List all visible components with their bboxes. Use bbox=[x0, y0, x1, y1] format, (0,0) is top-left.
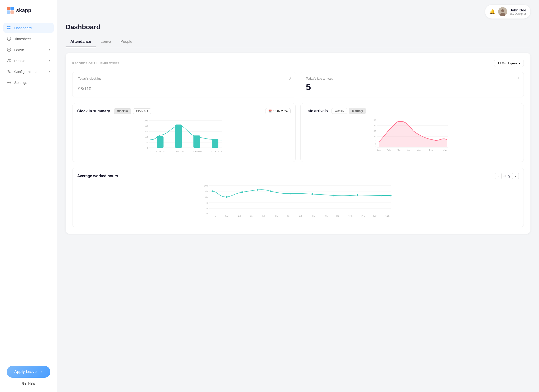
sidebar-item-label-people: People bbox=[14, 59, 25, 63]
tab-people[interactable]: People bbox=[116, 37, 137, 47]
dashboard-icon bbox=[7, 25, 11, 30]
late-arrivals-value: 5 bbox=[306, 82, 518, 92]
chart-header-clockin: Clock in summary Clock in Clock out 📅 15… bbox=[77, 108, 291, 114]
arrow-outward-icon-2[interactable]: ↗ bbox=[516, 76, 519, 81]
clock-in-chart-svg-wrap: 100 80 60 40 20 0 bbox=[77, 118, 291, 157]
svg-rect-5 bbox=[9, 26, 10, 27]
app-logo: skapp bbox=[0, 7, 57, 23]
svg-text:0: 0 bbox=[375, 145, 376, 148]
svg-text:›: › bbox=[450, 149, 450, 151]
svg-point-74 bbox=[212, 191, 213, 192]
sidebar-item-leave[interactable]: Leave ▾ bbox=[3, 45, 54, 55]
svg-text:7th: 7th bbox=[287, 215, 290, 217]
svg-point-78 bbox=[270, 191, 272, 192]
dashboard-card: RECORDS OF ALL EMPLOYEES All Employees ▾… bbox=[66, 53, 530, 234]
svg-point-81 bbox=[333, 195, 335, 196]
avg-worked-hours-chart: Average worked hours ‹ July › 10h 8h 6h … bbox=[72, 168, 524, 227]
chart-title-late: Late arrivals bbox=[305, 109, 328, 113]
sidebar-item-people[interactable]: People ▾ bbox=[3, 56, 54, 66]
arrow-right-icon: → bbox=[39, 370, 43, 374]
apply-leave-button[interactable]: Apply Leave → bbox=[7, 366, 50, 378]
tab-attendance[interactable]: Attendance bbox=[66, 37, 96, 47]
settings-icon bbox=[7, 80, 11, 85]
month-nav: ‹ July › bbox=[495, 173, 519, 179]
svg-text:6:00-6:30: 6:00-6:30 bbox=[156, 150, 165, 153]
svg-text:4th: 4th bbox=[250, 215, 253, 217]
svg-text:5th: 5th bbox=[262, 215, 265, 217]
sidebar-item-timesheet[interactable]: Timesheet bbox=[3, 34, 54, 44]
calendar-icon: 📅 bbox=[268, 110, 272, 113]
get-help-link[interactable]: Get Help bbox=[22, 382, 35, 385]
svg-text:10h: 10h bbox=[204, 185, 208, 187]
content: Dashboard Attendance Leave People RECORD… bbox=[57, 23, 539, 242]
svg-text:3rd: 3rd bbox=[237, 215, 241, 217]
svg-rect-2 bbox=[7, 10, 10, 14]
svg-text:20: 20 bbox=[374, 135, 376, 138]
svg-text:20: 20 bbox=[145, 141, 148, 144]
user-card: 🔔 John Doe UX Designer bbox=[485, 5, 530, 19]
svg-text:6th: 6th bbox=[275, 215, 278, 217]
svg-text:50: 50 bbox=[374, 119, 376, 121]
svg-rect-6 bbox=[7, 28, 9, 29]
svg-point-14 bbox=[9, 82, 10, 83]
sidebar-item-label-leave: Leave bbox=[14, 48, 24, 52]
svg-text:11th: 11th bbox=[336, 215, 340, 217]
svg-text:14th: 14th bbox=[373, 215, 377, 217]
clock-in-summary-chart: Clock in summary Clock in Clock out 📅 15… bbox=[72, 103, 296, 162]
svg-text:10: 10 bbox=[374, 139, 376, 142]
user-role: UX Designer bbox=[510, 12, 526, 15]
chart-title-clockin: Clock in summary bbox=[77, 109, 110, 113]
sidebar-nav: Dashboard Timesheet Leave bbox=[0, 23, 57, 361]
svg-text:10th: 10th bbox=[323, 215, 328, 217]
arrow-outward-icon[interactable]: ↗ bbox=[289, 76, 292, 81]
svg-text:7:00-7:30: 7:00-7:30 bbox=[174, 150, 183, 153]
svg-text:1st: 1st bbox=[213, 215, 217, 217]
svg-point-16 bbox=[501, 9, 504, 12]
sidebar-item-label-dashboard: Dashboard bbox=[14, 26, 32, 30]
monthly-btn[interactable]: Monthly bbox=[349, 108, 366, 114]
svg-point-75 bbox=[226, 196, 228, 198]
charts-row: Clock in summary Clock in Clock out 📅 15… bbox=[72, 103, 524, 162]
svg-text:‹: ‹ bbox=[150, 150, 150, 153]
date-picker-btn[interactable]: 📅 15.07.2024 bbox=[265, 108, 291, 114]
svg-text:8th: 8th bbox=[299, 215, 303, 217]
leave-icon bbox=[7, 47, 11, 52]
sidebar-item-settings[interactable]: Settings bbox=[3, 77, 54, 87]
records-label: RECORDS OF ALL EMPLOYEES bbox=[72, 62, 119, 65]
svg-text:Apr: Apr bbox=[407, 149, 410, 151]
svg-text:4h: 4h bbox=[205, 202, 208, 204]
notification-bell-icon[interactable]: 🔔 bbox=[489, 9, 495, 14]
svg-text:8:00-8:30: 8:00-8:30 bbox=[211, 150, 220, 153]
svg-rect-4 bbox=[7, 26, 9, 27]
svg-text:0: 0 bbox=[207, 212, 208, 215]
svg-text:7:30-8:00: 7:30-8:00 bbox=[193, 150, 202, 153]
sidebar-item-label-timesheet: Timesheet bbox=[14, 37, 31, 41]
apply-leave-label: Apply Leave bbox=[14, 370, 37, 374]
clock-in-tab-btn[interactable]: Clock in bbox=[114, 108, 131, 114]
people-icon bbox=[7, 58, 11, 63]
all-employees-button[interactable]: All Employees ▾ bbox=[494, 60, 524, 67]
svg-text:8h: 8h bbox=[205, 190, 208, 193]
sidebar-item-dashboard[interactable]: Dashboard bbox=[3, 23, 54, 33]
svg-text:12th: 12th bbox=[348, 215, 352, 217]
sidebar-item-configurations[interactable]: Configurations ▾ bbox=[3, 67, 54, 76]
svg-text:9th: 9th bbox=[312, 215, 315, 217]
clock-out-tab-btn[interactable]: Clock out bbox=[133, 108, 151, 114]
next-month-btn[interactable]: › bbox=[512, 173, 519, 179]
svg-text:Feb: Feb bbox=[387, 149, 391, 151]
svg-point-79 bbox=[290, 193, 292, 195]
weekly-btn[interactable]: Weekly bbox=[332, 108, 347, 114]
user-info: John Doe UX Designer bbox=[510, 8, 526, 15]
svg-text:6h: 6h bbox=[205, 196, 208, 198]
svg-text:60: 60 bbox=[145, 130, 148, 133]
svg-rect-30 bbox=[157, 136, 164, 148]
late-arrivals-stat: Today's late arrivals 5 ↗ bbox=[300, 72, 524, 97]
main-content: 🔔 John Doe UX Designer Dashboard Attenda… bbox=[57, 0, 539, 392]
avg-hours-header: Average worked hours ‹ July › bbox=[77, 173, 519, 179]
svg-text:2nd: 2nd bbox=[225, 215, 228, 217]
svg-text:30: 30 bbox=[374, 130, 376, 132]
avatar bbox=[498, 7, 507, 16]
svg-point-13 bbox=[10, 59, 10, 60]
prev-month-btn[interactable]: ‹ bbox=[495, 173, 502, 179]
tab-leave[interactable]: Leave bbox=[96, 37, 116, 47]
